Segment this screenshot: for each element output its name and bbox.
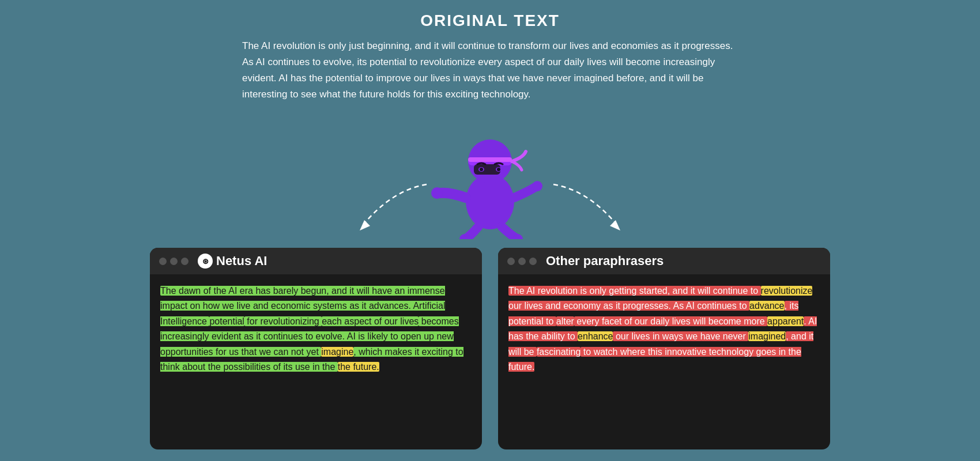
netus-content: The dawn of the AI era has barely begun,… [150,274,482,384]
other-panel-title: Other paraphrasers [546,254,664,269]
ninja-character [427,112,553,239]
tl-yellow-r [518,258,526,265]
netus-text-seg3: for revolutionizing [244,316,322,326]
other-text-seg3: our lives and economy as it progresses. … [508,301,749,311]
other-text-seg8: apparent [767,316,804,326]
other-text-seg10: enhance [578,331,613,341]
page-container: ORIGINAL TEXT The AI revolution is only … [0,0,980,461]
other-text-seg14: fascinating [537,347,581,357]
original-text-section: ORIGINAL TEXT The AI revolution is only … [242,12,738,103]
other-panel: Other paraphrasers The AI revolution is … [498,248,830,449]
svg-marker-14 [610,220,620,231]
other-text-seg2: revolutionize [761,286,813,296]
other-text-seg4: advance [749,301,785,311]
svg-point-6 [480,168,483,171]
other-text-seg12: imagined [748,331,786,341]
svg-marker-13 [360,220,370,231]
other-titlebar: Other paraphrasers [498,248,830,274]
netus-text-seg6: imagine [321,347,353,357]
other-title-text: Other paraphrasers [546,254,664,269]
netus-panel-title: ⊛ Netus AI [198,254,267,269]
panels-container: ⊛ Netus AI The dawn of the AI era has ba… [150,248,830,449]
netus-panel: ⊛ Netus AI The dawn of the AI era has ba… [150,248,482,449]
other-text-seg7: every facet of our daily lives will beco… [574,316,767,326]
svg-point-9 [431,187,443,199]
tl-green-r [529,258,537,265]
netus-titlebar: ⊛ Netus AI [150,248,482,274]
netus-logo: ⊛ [198,254,213,269]
tl-yellow [170,258,178,265]
traffic-lights-left [159,258,189,265]
netus-title-text: Netus AI [216,254,267,269]
svg-rect-3 [468,157,512,162]
netus-text-seg4: each aspect of our lives [322,316,419,326]
other-text-seg1: The AI revolution is only getting starte… [508,286,761,296]
other-text-seg11: our lives in ways we have never [613,331,748,341]
other-text-seg6: alter [556,316,574,326]
netus-text-seg8: the future. [338,362,379,372]
svg-point-8 [497,168,500,171]
original-text-title: ORIGINAL TEXT [242,12,738,30]
svg-point-10 [532,181,542,191]
original-text-body: The AI revolution is only just beginning… [242,38,738,103]
netus-text-seg2: potential [209,316,244,326]
other-content: The AI revolution is only getting starte… [498,274,830,384]
tl-green [181,258,189,265]
tl-red [159,258,167,265]
traffic-lights-right [507,258,537,265]
tl-red-r [507,258,515,265]
